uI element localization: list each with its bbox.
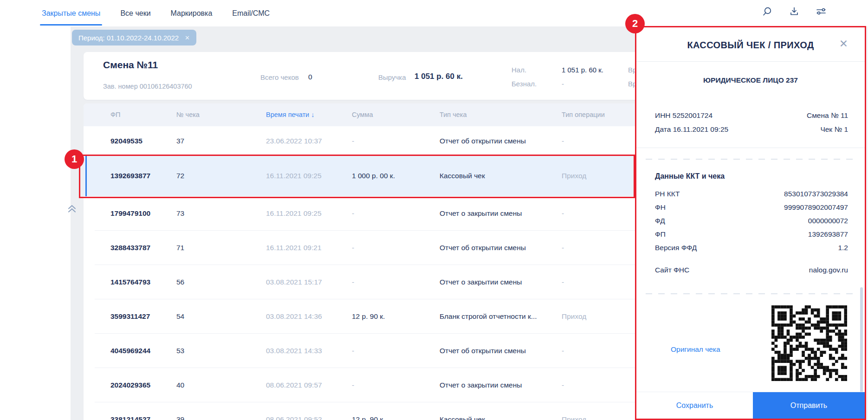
column-header-print-time-sorted[interactable]: Время печати ↓ [266,103,314,126]
cell-receipt-type: Кассовый чек [440,415,485,420]
table-header-row: ФП № чека Время печати ↓ Сумма Тип чека … [84,103,650,126]
cell-sum: - [352,381,354,389]
cell-receipt-type: Бланк строгой отчетности к... [440,312,537,321]
table-row[interactable]: 4045969244 53 03.08.2021 14:33 - Отчет о… [84,334,650,368]
collapse-double-chevron-up-icon[interactable] [65,203,78,215]
cell-sum: 12 р. 90 к. [352,312,385,321]
table-row[interactable]: 1415764793 56 03.08.2021 15:17 - Отчет о… [84,265,650,299]
kkt-label: ФН [655,203,666,212]
table-row[interactable]: 2024029365 40 08.06.2021 09:57 - Отчет о… [84,368,650,402]
cell-print-time: 08.06.2021 09:52 [266,415,322,420]
column-header-fp[interactable]: ФП [110,103,120,126]
column-header-receipt-number[interactable]: № чека [176,103,200,126]
receipt-detail-panel: КАССОВЫЙ ЧЕК / ПРИХОД ✕ ЮРИДИЧЕСКОЕ ЛИЦО… [635,26,866,420]
divider [636,61,865,62]
receipt-number-value: Чек № 1 [820,125,848,134]
download-icon[interactable] [789,6,800,17]
cell-receipt-number: 71 [176,244,184,252]
kkt-row: ФД 0000000072 [655,217,848,225]
qr-code [771,305,847,381]
send-button[interactable]: Отправить [753,392,865,419]
organization-name: ЮРИДИЧЕСКОЕ ЛИЦО 237 [636,76,865,84]
divider [636,148,865,148]
column-header-operation-type[interactable]: Тип операции [562,103,605,126]
table-row[interactable]: 3599311427 54 03.08.2021 14:36 12 р. 90 … [84,299,650,334]
panel-buttons: Сохранить Отправить [636,392,865,419]
filter-sliders-icon[interactable] [816,6,827,17]
cell-operation-type: - [562,347,564,355]
column-header-sum[interactable]: Сумма [352,103,373,126]
total-checks-label: Всего чеков [260,73,299,81]
total-checks-value: 0 [308,73,312,81]
revenue-value: 1 051 р. 60 к. [415,72,463,81]
kkt-row: ФП 1392693877 [655,230,848,239]
search-icon[interactable] [762,6,773,17]
cell-fp: 1415764793 [110,278,150,286]
kkt-label: РН ККТ [655,190,680,198]
cell-sum: 1 000 р. 00 к. [352,172,395,180]
fns-site-row: Сайт ФНС nalog.gov.ru [655,266,848,274]
chip-close-icon[interactable]: ✕ [185,34,190,41]
cell-print-time: 03.08.2021 14:36 [266,312,322,321]
receipt-meta-row-1: ИНН 5252001724 Смена № 11 [655,111,848,120]
kkt-value: 9999078902007497 [784,203,848,212]
receipts-table: ФП № чека Время печати ↓ Сумма Тип чека … [84,103,650,420]
cashless-value: - [562,80,564,88]
original-receipt-link[interactable]: Оригинал чека [671,345,720,354]
table-row[interactable]: 92049535 37 23.06.2022 10:37 - Отчет об … [84,126,650,155]
table-row[interactable]: 3381214527 39 08.06.2021 09:52 12 р. 90 … [84,402,650,420]
cell-receipt-number: 40 [176,381,184,389]
kkt-value: 1392693877 [808,230,848,239]
kkt-value: 8530107373029384 [784,190,848,198]
save-button[interactable]: Сохранить [636,392,753,419]
tab-marking[interactable]: Маркировка [171,0,213,26]
kkt-label: Версия ФФД [655,244,697,252]
cell-fp: 4045969244 [110,347,150,355]
cell-receipt-number: 54 [176,312,184,321]
table-row[interactable]: 3288433787 71 16.11.2021 09:21 - Отчет о… [84,231,650,265]
cell-receipt-type: Отчет о закрытии смены [440,381,522,389]
cell-receipt-type: Отчет о закрытии смены [440,209,522,218]
receipt-meta-row-2: Дата 16.11.2021 09:25 Чек № 1 [655,125,848,134]
cell-sum: - [352,137,354,145]
fns-site-label: Сайт ФНС [655,266,689,274]
cell-receipt-number: 37 [176,137,184,145]
dashed-divider [646,159,855,160]
cell-sum: - [352,347,354,355]
kkt-value: 1.2 [838,244,848,252]
cash-value: 1 051 р. 60 к. [562,66,603,74]
tab-closed-shifts[interactable]: Закрытые смены [42,0,100,26]
close-icon[interactable]: ✕ [839,38,848,50]
cell-operation-type: - [562,381,564,389]
table-body: 92049535 37 23.06.2022 10:37 - Отчет об … [84,126,650,420]
column-header-receipt-type[interactable]: Тип чека [440,103,467,126]
cell-operation-type: - [562,137,564,145]
cell-receipt-type: Отчет об открытии смены [440,347,526,355]
cell-receipt-number: 72 [176,172,184,180]
cell-operation-type: Приход [562,415,586,420]
tab-email-sms[interactable]: Email/СМС [232,0,270,26]
period-filter-chip[interactable]: Период: 01.10.2022-24.10.2022 ✕ [72,30,196,45]
period-filter-label: Период: 01.10.2022-24.10.2022 [78,34,179,42]
table-row[interactable]: 1392693877 72 16.11.2021 09:25 1 000 р. … [84,155,650,196]
cell-print-time: 08.06.2021 09:57 [266,381,322,389]
cell-fp: 2024029365 [110,381,150,389]
shift-summary-card: Смена №11 Зав. номер 00106126403760 Всег… [84,52,650,100]
cell-receipt-type: Кассовый чек [440,172,485,180]
shift-number-value: Смена № 11 [807,111,848,120]
cell-receipt-number: 39 [176,415,184,420]
cash-label: Нал. [512,66,526,74]
cell-sum: - [352,244,354,252]
cell-operation-type: - [562,278,564,286]
cell-fp: 1392693877 [110,172,150,180]
kkt-label: ФП [655,230,666,239]
cell-print-time: 16.11.2021 09:21 [266,244,322,252]
cell-receipt-type: Отчет об открытии смены [440,137,526,145]
table-row[interactable]: 1799479100 73 16.11.2021 09:25 - Отчет о… [84,196,650,231]
kkt-row: ФН 9999078902007497 [655,203,848,212]
cell-receipt-type: Отчет о закрытии смены [440,278,522,286]
cell-receipt-number: 53 [176,347,184,355]
kkt-value: 0000000072 [808,217,848,225]
tab-all-receipts[interactable]: Все чеки [120,0,150,26]
cell-print-time: 23.06.2022 10:37 [266,137,322,145]
